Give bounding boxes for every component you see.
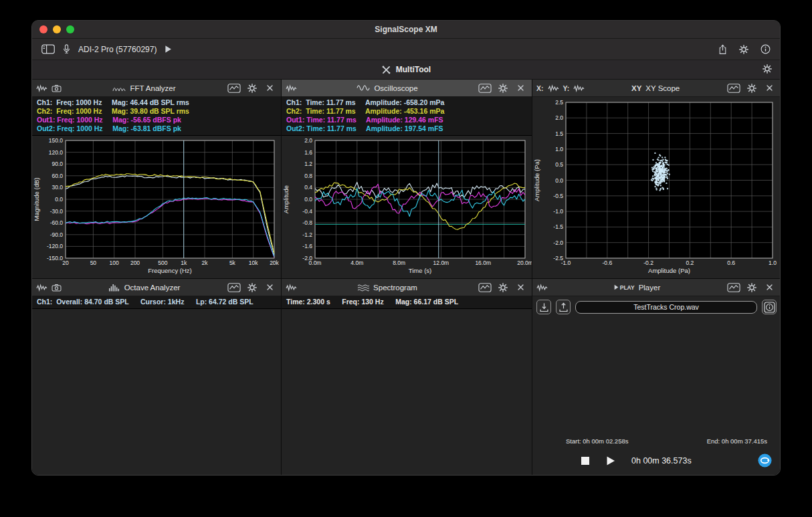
- svg-text:16.0m: 16.0m: [475, 260, 491, 266]
- start-capture-button[interactable]: [165, 45, 172, 54]
- play-button[interactable]: [606, 455, 615, 466]
- fft-close-button[interactable]: [263, 82, 277, 94]
- export-file-button[interactable]: [556, 300, 571, 314]
- xy-chart[interactable]: -1.0-0.6-0.20.20.61.02.52.01.51.00.50.0-…: [532, 97, 781, 278]
- svg-text:0.4: 0.4: [304, 184, 312, 191]
- oscilloscope-readout-out2: Out2: Time: 11.77 ms Amplitude: 197.54 m…: [286, 124, 532, 133]
- x-source-levels-icon[interactable]: [548, 84, 559, 92]
- spectrogram-readout: Time: 2.300 s Freq: 130 Hz Mag: 66.17 dB…: [286, 298, 532, 306]
- fft-icon: [112, 84, 126, 92]
- svg-text:2k: 2k: [202, 260, 209, 266]
- tool-grid: FFT Analyzer Ch1: Freq: 1000 Hz Mag: 46.…: [32, 80, 780, 476]
- svg-text:-2.0: -2.0: [302, 255, 312, 262]
- player-display-button[interactable]: [726, 282, 740, 294]
- octave-panel-header[interactable]: Octave Analyzer: [32, 279, 281, 296]
- fft-chart[interactable]: 20501002005001k2k5k10k20k150.0120.090.06…: [32, 136, 281, 278]
- close-window-button[interactable]: [39, 25, 47, 33]
- svg-text:-1.2: -1.2: [302, 231, 312, 238]
- spectrogram-input-levels-icon[interactable]: [286, 284, 297, 292]
- input-device-icon[interactable]: [63, 44, 70, 54]
- svg-text:150.0: 150.0: [49, 137, 64, 144]
- xy-icon: XY: [631, 84, 641, 92]
- svg-text:-0.5: -0.5: [553, 193, 563, 199]
- panel-spectrogram: Spectrogram Time: 2.300 s Freq: 130 Hz M…: [282, 279, 532, 476]
- oscilloscope-settings-button[interactable]: [496, 82, 510, 94]
- svg-text:-30.0: -30.0: [50, 208, 64, 215]
- sidebar-toggle-button[interactable]: [41, 44, 55, 54]
- svg-text:-0.6: -0.6: [602, 260, 612, 266]
- y-source-levels-icon[interactable]: [573, 84, 585, 92]
- file-name-field[interactable]: TestTracks Crop.wav: [575, 301, 757, 314]
- svg-text:1k: 1k: [181, 260, 187, 266]
- svg-text:0.0: 0.0: [55, 196, 63, 203]
- minimize-window-button[interactable]: [53, 25, 61, 33]
- zoom-window-button[interactable]: [66, 25, 74, 33]
- svg-text:-1.6: -1.6: [302, 243, 312, 249]
- octave-snapshot-icon[interactable]: [52, 284, 62, 292]
- fft-input-levels-icon[interactable]: [36, 84, 47, 92]
- spectrogram-chart[interactable]: [282, 309, 532, 476]
- preferences-button[interactable]: [739, 45, 748, 54]
- stop-button[interactable]: [581, 456, 590, 466]
- fft-display-button[interactable]: [227, 82, 241, 94]
- spectrogram-settings-button[interactable]: [496, 282, 510, 294]
- svg-text:0.5: 0.5: [555, 161, 563, 168]
- loop-button[interactable]: [757, 453, 773, 468]
- octave-display-button[interactable]: [227, 282, 241, 294]
- player-settings-button[interactable]: [744, 282, 758, 294]
- fft-panel-header[interactable]: FFT Analyzer: [32, 80, 281, 97]
- titlebar[interactable]: SignalScope XM: [32, 21, 780, 39]
- octave-close-button[interactable]: [263, 282, 277, 294]
- octave-chart[interactable]: [32, 309, 281, 476]
- svg-text:500: 500: [158, 260, 167, 266]
- svg-text:200: 200: [130, 260, 140, 266]
- svg-text:Time (s): Time (s): [409, 267, 431, 274]
- xy-close-button[interactable]: [763, 82, 777, 94]
- svg-text:-60.0: -60.0: [50, 219, 64, 226]
- multitool-icon: [381, 65, 391, 75]
- xy-panel-header[interactable]: X: Y: XY XY Scope: [532, 80, 781, 97]
- oscilloscope-close-button[interactable]: [514, 82, 528, 94]
- file-info-button[interactable]: [762, 300, 777, 314]
- octave-input-levels-icon[interactable]: [36, 284, 47, 292]
- oscilloscope-panel-header[interactable]: Oscilloscope: [282, 80, 532, 97]
- device-name[interactable]: ADI-2 Pro (57760297): [78, 45, 157, 54]
- player-levels-icon[interactable]: [536, 284, 548, 292]
- oscilloscope-icon: [357, 84, 370, 92]
- player-panel-header[interactable]: PLAY Player: [532, 279, 781, 296]
- player-close-button[interactable]: [763, 282, 777, 294]
- svg-text:30.0: 30.0: [52, 184, 63, 191]
- xy-display-button[interactable]: [726, 82, 740, 94]
- oscilloscope-readout-out1: Out1: Time: 11.77 ms Amplitude: 129.46 m…: [286, 116, 532, 124]
- app-window: SignalScope XM ADI-2 Pro (57760297) Mult…: [31, 20, 781, 476]
- info-button[interactable]: [760, 44, 771, 54]
- svg-text:-1.5: -1.5: [553, 223, 563, 230]
- panel-octave-analyzer: Octave Analyzer Ch1: Overall: 84.70 dB S…: [32, 279, 282, 476]
- spectrogram-icon: [357, 284, 369, 292]
- spectrogram-close-button[interactable]: [514, 282, 528, 294]
- player-amplitude-chart[interactable]: [536, 317, 735, 381]
- svg-text:Frequency (Hz): Frequency (Hz): [148, 267, 191, 274]
- share-button[interactable]: [718, 44, 727, 55]
- spectrogram-panel-header[interactable]: Spectrogram: [282, 279, 532, 296]
- svg-text:-120.0: -120.0: [47, 243, 63, 249]
- svg-text:-0.8: -0.8: [302, 219, 312, 226]
- player-waveform-overview[interactable]: [536, 383, 777, 435]
- player-status-badge: PLAY: [614, 284, 635, 291]
- oscilloscope-chart[interactable]: 0.0m4.0m8.0m12.0m16.0m20.0m2.01.61.20.80…: [282, 136, 532, 278]
- xy-settings-button[interactable]: [744, 82, 758, 94]
- multitool-settings-button[interactable]: [763, 64, 772, 74]
- spectrogram-display-button[interactable]: [478, 282, 492, 294]
- fft-settings-button[interactable]: [245, 82, 259, 94]
- selection-start-label: Start: 0h 00m 02.258s: [566, 437, 628, 445]
- selection-end-label: End: 0h 00m 37.415s: [707, 437, 767, 445]
- oscilloscope-display-button[interactable]: [478, 82, 492, 94]
- svg-text:100: 100: [110, 260, 119, 266]
- oscilloscope-panel-title: Oscilloscope: [374, 84, 417, 92]
- octave-settings-button[interactable]: [245, 282, 259, 294]
- fft-snapshot-icon[interactable]: [52, 84, 62, 92]
- import-file-button[interactable]: [536, 300, 551, 314]
- xy-panel-title: XY Scope: [645, 84, 680, 92]
- oscilloscope-input-levels-icon[interactable]: [286, 84, 297, 92]
- octave-panel-title: Octave Analyzer: [124, 284, 181, 292]
